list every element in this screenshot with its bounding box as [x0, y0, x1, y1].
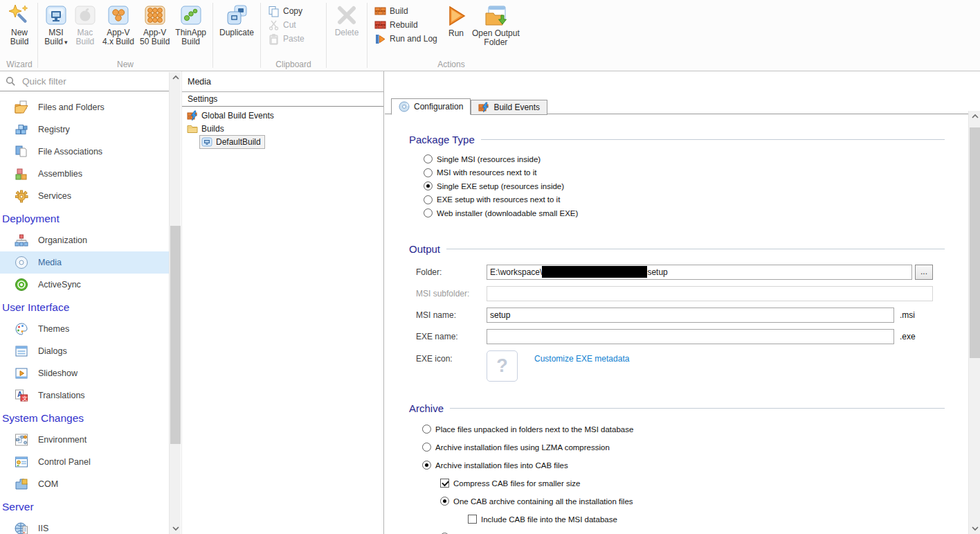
sidebar-item-environment[interactable]: Environment [0, 429, 169, 451]
checkbox-compress-cab[interactable] [440, 479, 449, 488]
scroll-up-arrow-icon[interactable] [969, 111, 980, 122]
tree-column-header[interactable]: Settings [182, 92, 383, 107]
sidebar-item-file-associations[interactable]: File Associations [0, 141, 169, 163]
tab-configuration[interactable]: Configuration [391, 98, 471, 115]
ribbon-group-delete: Delete [327, 0, 367, 71]
radio-label: Place files unpacked in folders next to … [435, 425, 633, 434]
sidebar-item-dialogs[interactable]: Dialogs [0, 340, 169, 362]
radio-option-row[interactable]: MSI with resources next to it [424, 166, 968, 180]
configuration-content: Package Type Single MSI (resources insid… [385, 114, 968, 534]
radio-option-row[interactable]: Single MSI (resources inside) [424, 152, 968, 166]
open-output-folder-label-1: Open Output [472, 28, 520, 38]
quick-filter-input[interactable] [21, 75, 163, 87]
sidebar-item-assemblies[interactable]: Assemblies [0, 163, 169, 185]
sidebar-item-registry[interactable]: Registry [0, 118, 169, 141]
tab-label: Build Events [493, 103, 540, 112]
msi-extension-label: .msi [900, 310, 915, 320]
sidebar-item-translations[interactable]: A文 Translations [0, 384, 169, 407]
radio-option-row[interactable]: EXE setup with resources next to it [424, 193, 968, 207]
tab-build-events[interactable]: Build Events [471, 100, 547, 115]
scroll-down-arrow-icon[interactable] [969, 523, 980, 534]
msi-build-dropdown-arrow-icon[interactable]: ▾ [64, 39, 68, 46]
sidebar-item-organization[interactable]: Organization [0, 229, 169, 251]
content-scrollbar-thumb[interactable] [970, 127, 980, 358]
sidebar-item-control-panel[interactable]: Control Panel [0, 451, 169, 473]
section-title-archive: Archive [409, 402, 945, 416]
checkbox-option-row[interactable]: Include CAB file into the MSI database [468, 510, 968, 528]
rebuild-button[interactable]: Rebuild [372, 18, 441, 32]
sidebar-item-media[interactable]: Media [0, 251, 169, 274]
tree-item-global-build-events[interactable]: Global Build Events [182, 109, 383, 122]
radio-option-row[interactable]: One CAB archive containing all the insta… [440, 492, 968, 510]
quick-filter [0, 71, 169, 91]
radio-label: Single MSI (resources inside) [437, 155, 541, 163]
msi-build-small-icon [201, 136, 212, 148]
appv4-build-button[interactable]: App-V4.x Build [100, 2, 136, 46]
customize-exe-metadata-link[interactable]: Customize EXE metadata [534, 350, 629, 364]
msi-build-button[interactable]: MSIBuild▾ [42, 2, 70, 47]
radio-cab-files[interactable] [422, 461, 431, 470]
copy-button[interactable]: Copy [265, 4, 307, 18]
sidebar-item-slideshow[interactable]: Slideshow [0, 362, 169, 384]
sidebar-item-iis[interactable]: IIS [0, 517, 169, 534]
new-build-label-2: Build [10, 37, 29, 46]
scroll-down-arrow-icon[interactable] [170, 523, 181, 534]
radio-option-row[interactable]: One CAB archive per feature [440, 528, 968, 534]
sidebar-item-themes[interactable]: Themes [0, 318, 169, 340]
radio-single-msi[interactable] [424, 154, 433, 163]
content-scrollbar[interactable] [968, 111, 980, 534]
organization-chart-icon [14, 233, 29, 248]
radio-lzma-compression[interactable] [422, 443, 431, 452]
radio-single-exe[interactable] [424, 181, 433, 190]
radio-msi-resources-next[interactable] [424, 168, 433, 177]
copy-label: Copy [283, 6, 302, 16]
sidebar-item-label: COM [38, 479, 58, 489]
radio-one-cab-all-files[interactable] [440, 497, 449, 506]
radio-option-row[interactable]: Archive installation files into CAB file… [422, 456, 968, 474]
scroll-up-arrow-icon[interactable] [170, 72, 181, 83]
sidebar-scrollbar-thumb[interactable] [170, 226, 181, 444]
exe-name-input[interactable] [487, 329, 894, 344]
radio-option-row[interactable]: Archive installation files using LZMA co… [422, 438, 968, 456]
build-button[interactable]: Build [372, 4, 441, 18]
open-output-folder-button[interactable]: Open OutputFolder [470, 3, 522, 47]
run-button[interactable]: Run [442, 3, 470, 38]
browse-folder-button[interactable]: ... [915, 265, 933, 280]
tree-item-defaultbuild[interactable]: DefaultBuild [182, 135, 383, 148]
exe-icon-placeholder-box[interactable]: ? [487, 350, 518, 382]
tree-item-label: DefaultBuild [216, 137, 261, 147]
radio-option-row[interactable]: Single EXE setup (resources inside) [424, 179, 968, 193]
radio-option-row[interactable]: Web installer (downloadable small EXE) [424, 206, 968, 220]
new-build-label-1: New [11, 28, 28, 37]
run-and-log-button[interactable]: Run and Log [372, 32, 441, 46]
appv-4x-cube-icon [107, 3, 130, 27]
checkbox-option-row[interactable]: Compress CAB files for smaller size [440, 474, 968, 492]
folder-label: Folder: [416, 267, 487, 277]
radio-web-installer[interactable] [424, 208, 433, 217]
radio-exe-resources-next[interactable] [424, 195, 433, 204]
new-build-button[interactable]: NewBuild [6, 2, 33, 46]
media-disc-icon [14, 255, 29, 270]
sidebar-item-services[interactable]: Services [0, 185, 169, 207]
appv50-build-button[interactable]: App-V50 Build [138, 2, 172, 46]
duplicate-button[interactable]: Duplicate [217, 2, 256, 37]
radio-option-row[interactable]: Place files unpacked in folders next to … [422, 420, 968, 438]
services-gear-icon [14, 188, 29, 204]
msi-build-label-2: Build [44, 37, 63, 46]
sidebar-item-files-and-folders[interactable]: Files and Folders [0, 96, 169, 118]
ribbon-group-label-delete [327, 60, 367, 71]
checkbox-include-cab-msi[interactable] [468, 515, 477, 524]
msi-subfolder-label: MSI subfolder: [416, 289, 487, 299]
sidebar-item-activesync[interactable]: ActiveSync [0, 274, 169, 296]
thinapp-build-button[interactable]: ThinAppBuild [173, 2, 208, 46]
ribbon-group-label-new: New [38, 60, 212, 71]
tree-item-builds[interactable]: Builds [182, 122, 383, 135]
delete-button: Delete [333, 2, 361, 37]
folder-field[interactable]: E:\workspace\setup [487, 265, 912, 280]
sidebar-scrollbar[interactable] [169, 72, 181, 534]
msi-name-input[interactable] [487, 308, 894, 323]
tree-selected-item[interactable]: DefaultBuild [199, 135, 265, 149]
sidebar-item-com[interactable]: COM [0, 473, 169, 495]
radio-unpacked-folders[interactable] [422, 425, 431, 434]
files-and-folders-icon [14, 100, 29, 115]
